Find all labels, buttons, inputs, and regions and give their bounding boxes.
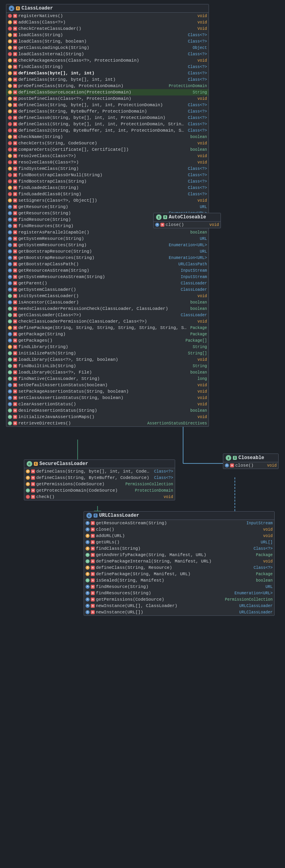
- method-row[interactable]: +mnewInstance(URL[])URLClassLoader: [84, 609, 274, 615]
- method-type-icon: m: [13, 14, 17, 18]
- method-row[interactable]: -mdefineClass1(String, byte[], int, int,…: [6, 121, 209, 127]
- method-type-icon: m: [13, 218, 17, 222]
- method-row[interactable]: #mdefineClass(String, ByteBuffer, CodeSo…: [24, 475, 175, 481]
- method-row[interactable]: -mregisterNatives()void: [6, 13, 209, 19]
- method-row[interactable]: +mgetPackage(String)Package: [6, 331, 209, 337]
- method-row[interactable]: #maddClass(Class<?>)void: [6, 19, 209, 25]
- method-row[interactable]: #mpreDefineClass(String, ProtectionDomai…: [6, 83, 209, 89]
- visibility-icon: +: [155, 223, 159, 227]
- method-row[interactable]: #mcheckPackageAccess(Class<?>, Protectio…: [6, 57, 209, 64]
- method-row[interactable]: #mdefineClassSourceLocation(ProtectionDo…: [6, 89, 209, 95]
- method-row[interactable]: #mdefineClass(String, Resource)Class<?>: [84, 564, 274, 571]
- return-type: void: [197, 383, 207, 387]
- method-row[interactable]: +msetPackageAssertionStatus(String, bool…: [6, 388, 209, 395]
- method-row[interactable]: +mgetPermissions(CodeSource)PermissionCo…: [84, 596, 274, 603]
- method-row[interactable]: -mdefineClass2(String, ByteBuffer, int, …: [6, 127, 209, 134]
- method-row[interactable]: ~mgetClassLoader(Class<?>)ClassLoader: [6, 312, 209, 318]
- method-row[interactable]: #mdefineClass(String, byte[], int, int, …: [6, 102, 209, 108]
- method-row[interactable]: -mcheckCerts(String, CodeSource)void: [6, 140, 209, 146]
- visibility-icon: -: [8, 179, 12, 183]
- method-row[interactable]: +mgetURLs()URL[]: [84, 539, 274, 545]
- method-row[interactable]: ~misSealed(String, Manifest)boolean: [84, 577, 274, 584]
- method-row[interactable]: -mcheck()void: [24, 494, 175, 500]
- visibility-icon: ~: [8, 358, 12, 362]
- method-row[interactable]: ~mfindNative(ClassLoader, String)long: [6, 376, 209, 382]
- method-row[interactable]: +mgetResource(String)URL: [6, 204, 209, 210]
- method-row[interactable]: #mfindSystemClass(String)Class<?>: [6, 165, 209, 172]
- method-row[interactable]: ~minitializePath(String)String[]: [6, 350, 209, 356]
- method-row[interactable]: -mcheckCreateClassLoader()Void: [6, 25, 209, 32]
- method-row[interactable]: ~mfindBuiltinLib(String)String: [6, 363, 209, 369]
- scl-icon: C: [27, 461, 32, 467]
- method-row[interactable]: ~mgetProtectionDomain(CodeSource)Protect…: [24, 487, 175, 494]
- method-row[interactable]: #mdefinePackage(String, String, String, …: [6, 325, 209, 331]
- method-row[interactable]: -mfindBootstrapClassOrNull(String)Class<…: [6, 172, 209, 178]
- method-row[interactable]: #mgetPermissions(CodeSource)PermissionCo…: [24, 481, 175, 487]
- method-row[interactable]: -mfindBootstrapClass(String)Class<?>: [6, 178, 209, 185]
- method-row[interactable]: -mdefineClass0(String, byte[], int, int,…: [6, 115, 209, 121]
- method-row[interactable]: -mloadClassInternal(String)Class<?>: [6, 51, 209, 57]
- method-row[interactable]: -mcompareCerts(Certificate[], Certificat…: [6, 146, 209, 153]
- method-row[interactable]: +mgetBootstrapResources(String)Enumerati…: [6, 255, 209, 261]
- method-row[interactable]: +mclose()void: [84, 526, 274, 533]
- method-row[interactable]: +mnewInstance(URL[], ClassLoader)URLClas…: [84, 603, 274, 609]
- method-row[interactable]: ~mgetAndVerifyPackage(String, Manifest, …: [84, 552, 274, 558]
- method-type-icon: m: [13, 389, 17, 393]
- method-row[interactable]: +mgetSystemResourceAsStream(String)Input…: [6, 274, 209, 280]
- method-row[interactable]: #maddURL(URL)void: [84, 533, 274, 539]
- method-row[interactable]: +mgetSystemResources(String)Enumeration<…: [6, 242, 209, 248]
- method-row[interactable]: +msetClassAssertionStatus(String, boolea…: [6, 395, 209, 401]
- method-name: defineClass(String, byte[], int, int, Co…: [36, 469, 151, 474]
- method-row[interactable]: +mclearAssertionStatus()void: [6, 401, 209, 407]
- method-row[interactable]: +mgetSystemClassLoader()ClassLoader: [6, 286, 209, 293]
- method-row[interactable]: #mdefineClass(String, ByteBuffer, Protec…: [6, 108, 209, 115]
- method-row[interactable]: ~mdesiredAssertionStatus(String)boolean: [6, 407, 209, 414]
- method-type-icon: m: [13, 351, 17, 355]
- method-row[interactable]: +mclose()void: [223, 462, 278, 469]
- method-row[interactable]: #mpostDefineClass(Class<?>, ProtectionDo…: [6, 95, 209, 102]
- method-row[interactable]: #mresolveClass(Class<?>)void: [6, 153, 209, 159]
- visibility-icon: ~: [8, 351, 12, 355]
- method-row[interactable]: #mgetClassLoadingLock(String)Object: [6, 45, 209, 51]
- method-row[interactable]: ~mneedsClassLoaderPermissionCheck(ClassL…: [6, 306, 209, 312]
- method-row[interactable]: +mgetPackages()Package[]: [6, 337, 209, 344]
- method-row[interactable]: #mfindLibrary(String)String: [6, 344, 209, 350]
- method-row[interactable]: ~mloadLibrary0(Class<?>, File)boolean: [6, 369, 209, 376]
- method-name: isSealed(String, Manifest): [96, 578, 253, 583]
- method-row[interactable]: +mclose()void: [154, 222, 221, 228]
- method-row[interactable]: ~minitSystemClassLoader()void: [6, 293, 209, 299]
- method-row[interactable]: +mgetBootstrapClassPath()URLClassPath: [6, 261, 209, 267]
- method-row[interactable]: #mfindClass(String)Class<?>: [84, 545, 274, 552]
- method-row[interactable]: +mregisterAsParallelCapable()boolean: [6, 229, 209, 235]
- method-row[interactable]: -mresolveClass0(Class<?>)void: [6, 159, 209, 165]
- return-type: Class<?>: [188, 128, 207, 133]
- method-row[interactable]: ~mretrieveDirectives()AssertionStatusDir…: [6, 420, 209, 426]
- method-row[interactable]: +mgetBootstrapResource(String)URL: [6, 248, 209, 255]
- method-row[interactable]: #mdefineClass(String, byte[], int, int)C…: [6, 76, 209, 83]
- method-row[interactable]: ~mcheckClassLoaderPermission(ClassLoader…: [6, 318, 209, 325]
- method-type-icon: m: [13, 27, 17, 31]
- method-row[interactable]: ~mloadLibrary(Class<?>, String, boolean)…: [6, 356, 209, 363]
- method-row[interactable]: +misAncestor(ClassLoader)boolean: [6, 299, 209, 306]
- method-name: findResources(String): [18, 224, 166, 228]
- method-row[interactable]: #mdefineClass(byte[], int, int)Class<?>: [6, 70, 209, 76]
- method-row[interactable]: -mfindLoadedClass0(String)Class<?>: [6, 191, 209, 197]
- method-row[interactable]: #msetSigners(Class<?>, Object[])void: [6, 197, 209, 204]
- method-row[interactable]: +mgetSystemResource(String)URL: [6, 235, 209, 242]
- method-row[interactable]: +mfindResource(String)URL: [84, 584, 274, 590]
- method-row[interactable]: #mdefineClass(String, byte[], int, int, …: [24, 468, 175, 475]
- method-row[interactable]: #mfindLoadedClass(String)Class<?>: [6, 185, 209, 191]
- method-row[interactable]: ~mdefinePackageInternal(String, Manifest…: [84, 558, 274, 564]
- method-row[interactable]: +mgetResourceAsStream(String)InputStream: [84, 520, 274, 526]
- visibility-icon: -: [8, 52, 12, 56]
- method-row[interactable]: +mgetParent()ClassLoader: [6, 280, 209, 286]
- method-row[interactable]: #mdefinePackage(String, Manifest, URL)Pa…: [84, 571, 274, 577]
- method-row[interactable]: #mloadClass(String, boolean)Class<?>: [6, 38, 209, 45]
- method-row[interactable]: #mfindClass(String)Class<?>: [6, 64, 209, 70]
- method-row[interactable]: ~minitializeJavaAssertionMaps()void: [6, 414, 209, 420]
- method-row[interactable]: #mcheckName(String)boolean: [6, 134, 209, 140]
- method-row[interactable]: +msetDefaultAssertionStatus(boolean)void: [6, 382, 209, 388]
- method-row[interactable]: #mloadClass(String)Class<?>: [6, 32, 209, 38]
- method-row[interactable]: +mgetResourceAsStream(String)InputStream: [6, 267, 209, 274]
- method-row[interactable]: +mfindResources(String)Enumeration<URL>: [84, 590, 274, 596]
